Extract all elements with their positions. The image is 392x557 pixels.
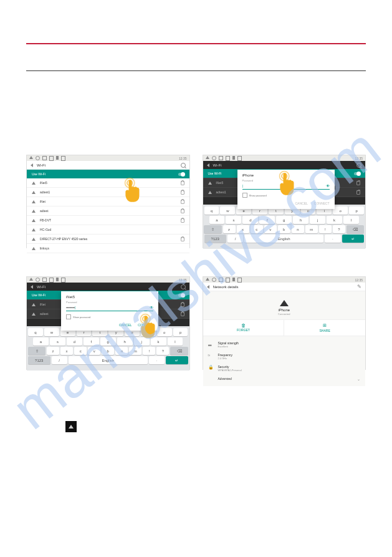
network-row[interactable]: adtest (27, 206, 189, 216)
recent-nav-icon[interactable] (219, 278, 223, 282)
key[interactable]: s (50, 337, 65, 346)
key[interactable]: ? (333, 225, 345, 233)
key[interactable]: a (33, 337, 49, 346)
key[interactable]: c (74, 347, 87, 355)
key[interactable]: c (251, 225, 263, 233)
visibility-icon[interactable]: 👁 (150, 306, 153, 309)
key[interactable]: / (227, 235, 243, 243)
search-icon[interactable] (356, 163, 361, 168)
key[interactable]: ? (156, 347, 169, 355)
key[interactable]: / (52, 356, 67, 364)
advanced-row[interactable]: Advanced⌄ (208, 374, 361, 384)
space-key[interactable]: English (69, 356, 148, 364)
edit-icon[interactable]: ✎ (357, 284, 361, 289)
key[interactable]: d (67, 337, 82, 346)
enter-key[interactable]: ↵ (166, 356, 188, 364)
checkbox-icon[interactable] (66, 314, 71, 319)
recent-nav-icon[interactable] (219, 156, 223, 160)
space-key[interactable]: English (244, 235, 323, 243)
back-nav-icon[interactable] (29, 156, 33, 159)
key[interactable]: z (47, 347, 59, 355)
key[interactable]: k (327, 216, 342, 224)
key[interactable]: v (264, 225, 277, 233)
key[interactable]: b (278, 225, 290, 233)
key[interactable]: g (276, 216, 292, 224)
key[interactable]: n (115, 347, 128, 355)
back-nav-icon[interactable] (206, 278, 209, 281)
back-nav-icon[interactable] (206, 156, 209, 159)
visibility-icon[interactable]: 👁 (326, 184, 330, 188)
key[interactable]: v (88, 347, 100, 355)
forget-button[interactable]: 🗑FORGET (203, 320, 284, 336)
recent-nav-icon[interactable] (42, 278, 47, 282)
network-row[interactable]: FB-DVT (27, 216, 189, 225)
share-button[interactable]: ⊞SHARE (284, 320, 365, 336)
key[interactable]: m (129, 347, 141, 355)
cancel-button[interactable]: CANCEL (119, 323, 131, 327)
network-row[interactable]: iNet5 (27, 178, 189, 188)
search-icon[interactable] (181, 163, 186, 168)
key[interactable]: p (349, 206, 364, 215)
shift-key[interactable]: ⇧ (28, 347, 45, 355)
key[interactable]: h (293, 216, 308, 224)
network-row[interactable]: iNet (27, 197, 189, 206)
wifi-toggle[interactable] (178, 173, 184, 176)
network-row[interactable]: linksys (27, 244, 189, 253)
key[interactable]: d (242, 216, 258, 224)
use-wifi-toggle-row[interactable]: Use Wi-Fi (27, 170, 189, 178)
shift-key[interactable]: ⇧ (204, 225, 221, 233)
key[interactable]: x (237, 225, 249, 233)
connect-button[interactable]: CONNECT (314, 201, 330, 205)
key[interactable]: w (44, 328, 59, 336)
key[interactable]: z (223, 225, 236, 233)
key[interactable]: a (209, 216, 225, 224)
checkbox-icon[interactable] (242, 193, 247, 198)
usb-icon (56, 278, 59, 281)
key[interactable]: · (325, 235, 340, 243)
back-arrow-icon[interactable] (207, 163, 209, 167)
key[interactable]: n (292, 225, 304, 233)
key[interactable]: g (100, 337, 116, 346)
key[interactable]: l (343, 216, 359, 224)
home-nav-icon[interactable] (212, 278, 216, 282)
key[interactable]: l (168, 337, 183, 346)
home-nav-icon[interactable] (212, 156, 216, 160)
backspace-key[interactable]: ⌫ (170, 347, 188, 355)
back-arrow-icon[interactable] (31, 285, 33, 289)
home-nav-icon[interactable] (36, 278, 40, 282)
cancel-button[interactable]: CANCEL (295, 201, 307, 205)
recent-nav-icon[interactable] (42, 156, 47, 160)
password-input[interactable]: ••••••••|👁 (66, 304, 153, 311)
network-row[interactable]: DIRECT-27-HP ENVY 4520 series (27, 235, 189, 244)
wifi-small-indicator-icon (65, 421, 77, 432)
network-status: Connected (203, 312, 366, 316)
key[interactable]: h (117, 337, 133, 346)
symbols-key[interactable]: ?123 (204, 235, 227, 243)
key[interactable]: q (204, 206, 219, 215)
key[interactable]: q (28, 328, 43, 336)
enter-key[interactable]: ↵ (342, 235, 365, 243)
home-nav-icon[interactable] (36, 156, 40, 160)
key[interactable]: p (173, 328, 188, 336)
key[interactable]: j (310, 216, 325, 224)
key[interactable]: o (333, 206, 348, 215)
key[interactable]: x (60, 347, 73, 355)
key[interactable]: b (102, 347, 114, 355)
back-arrow-icon[interactable] (207, 285, 209, 289)
back-nav-icon[interactable] (29, 278, 33, 281)
key[interactable]: ! (143, 347, 155, 355)
network-row[interactable]: adtest1 (27, 188, 189, 197)
key[interactable]: · (149, 356, 165, 364)
back-arrow-icon[interactable] (31, 163, 33, 167)
key[interactable]: s (226, 216, 241, 224)
backspace-key[interactable]: ⌫ (347, 225, 364, 233)
key[interactable]: w (220, 206, 235, 215)
network-row[interactable]: HC-God (27, 225, 189, 235)
symbols-key[interactable]: ?123 (28, 356, 50, 364)
lock-icon (356, 181, 360, 185)
key[interactable]: ! (319, 225, 332, 233)
key[interactable]: f (259, 216, 275, 224)
search-icon[interactable] (181, 284, 186, 289)
key[interactable]: m (305, 225, 318, 233)
key[interactable]: f (84, 337, 99, 346)
